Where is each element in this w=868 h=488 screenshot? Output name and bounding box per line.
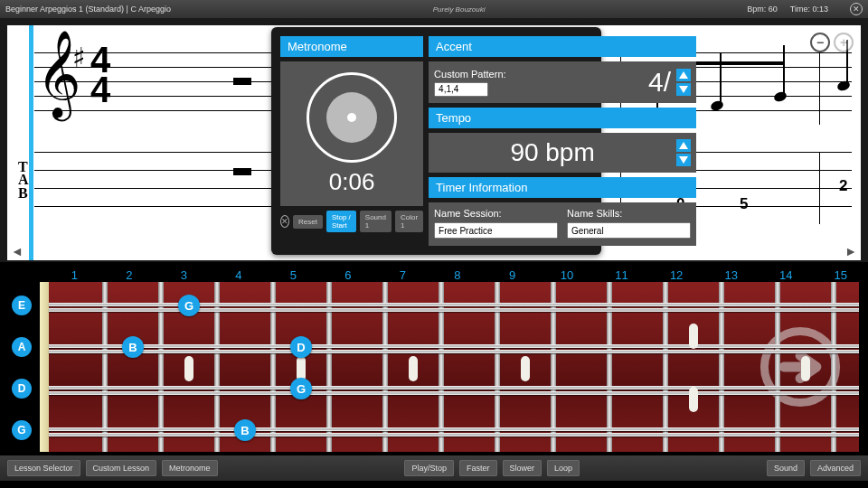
page-prev-button[interactable]: ◄ xyxy=(11,244,24,258)
center-faster-button[interactable]: Faster xyxy=(459,460,497,476)
string-line xyxy=(49,303,859,306)
note-marker[interactable]: B xyxy=(122,336,144,358)
topbar: Beginner Arpeggios 1 (Standard) | C Arpe… xyxy=(0,0,868,18)
string-line xyxy=(49,427,859,431)
metronome-panel: Metronome 0:06 ✕ Reset Stop / Start Soun… xyxy=(271,27,601,255)
time-label: Time: 0:13 xyxy=(790,5,828,14)
fret-number: 1 xyxy=(47,268,102,282)
fret-number: 7 xyxy=(375,268,430,282)
nut xyxy=(40,282,49,452)
skills-input[interactable] xyxy=(567,222,691,239)
center-loop-button[interactable]: Loop xyxy=(547,460,580,476)
left-lesson-selector-button[interactable]: Lesson Selector xyxy=(7,460,80,476)
advance-arrow-icon[interactable] xyxy=(760,326,841,408)
close-button[interactable]: ✕ xyxy=(850,3,863,15)
accent-up-button[interactable] xyxy=(676,69,691,81)
fret-number: 3 xyxy=(156,268,212,282)
lesson-title: Beginner Arpeggios 1 (Standard) | C Arpe… xyxy=(5,5,171,14)
string-line xyxy=(49,344,859,348)
skills-label: Name Skills: xyxy=(567,208,691,219)
key-signature: ♯ xyxy=(72,42,86,73)
center-slower-button[interactable]: Slower xyxy=(503,460,542,476)
string-line xyxy=(49,391,859,395)
accent-display: 4/ xyxy=(512,67,672,98)
rest-icon xyxy=(233,168,251,175)
center-play-stop-button[interactable]: Play/Stop xyxy=(404,460,454,476)
accent-pattern-label: Custom Pattern: xyxy=(434,69,505,80)
accent-down-button[interactable] xyxy=(676,83,691,96)
bpm-label: Bpm: 60 xyxy=(747,5,778,14)
open-string-label: D xyxy=(12,379,32,399)
session-label: Name Session: xyxy=(434,208,558,219)
tempo-down-button[interactable] xyxy=(676,154,691,166)
left-custom-lesson-button[interactable]: Custom Lesson xyxy=(86,460,157,476)
fret-number: 15 xyxy=(813,268,868,282)
brand-label: Purely Bouzouki xyxy=(433,5,486,14)
right-advanced-button[interactable]: Advanced xyxy=(810,460,861,476)
fret-number: 9 xyxy=(485,268,540,282)
open-string-label: E xyxy=(12,296,32,315)
metronome-stopstart-button[interactable]: Stop / Start xyxy=(326,211,356,232)
fret-number: 11 xyxy=(594,268,649,282)
timer-header: Timer Information xyxy=(429,177,696,198)
right-sound-button[interactable]: Sound xyxy=(767,460,805,476)
fret-number: 10 xyxy=(540,268,595,282)
fret-number: 13 xyxy=(703,268,759,282)
fret-number: 4 xyxy=(212,268,267,282)
tempo-display: 90 bpm xyxy=(434,138,671,167)
metronome-body: 0:06 xyxy=(280,61,423,206)
left-metronome-button[interactable]: Metronome xyxy=(162,460,218,476)
zoom-in-button[interactable]: + xyxy=(834,33,854,52)
open-string-label: A xyxy=(12,337,32,357)
fret-number: 6 xyxy=(321,268,376,282)
tab-label-icon: TAB xyxy=(18,161,29,200)
metronome-color-button[interactable]: Color 1 xyxy=(395,211,423,232)
bottombar: Lesson SelectorCustom LessonMetronomePla… xyxy=(0,455,868,481)
note-marker[interactable]: G xyxy=(290,378,312,399)
string-line xyxy=(49,433,859,436)
accent-header: Accent xyxy=(429,36,696,57)
fret-number: 2 xyxy=(102,268,157,282)
accent-pattern-input[interactable] xyxy=(434,82,488,97)
rest-icon xyxy=(233,78,251,85)
note-marker[interactable]: B xyxy=(234,419,256,441)
fretboard[interactable]: EADG GBDGB xyxy=(9,282,859,452)
metronome-header: Metronome xyxy=(280,36,423,57)
note-marker[interactable]: G xyxy=(178,295,200,316)
fret-number-row: 123456789101112131415 xyxy=(0,262,868,282)
fret-number: 14 xyxy=(759,268,814,282)
string-line xyxy=(49,386,859,389)
page-next-button[interactable]: ► xyxy=(844,244,857,258)
zoom-out-button[interactable]: − xyxy=(810,33,830,52)
fret-number: 5 xyxy=(266,268,321,282)
note-marker[interactable]: D xyxy=(290,336,312,358)
metronome-sound-button[interactable]: Sound 1 xyxy=(360,211,392,232)
metronome-elapsed: 0:06 xyxy=(329,168,375,196)
fret-number: 8 xyxy=(430,268,486,282)
time-signature: 44 xyxy=(90,45,110,105)
tempo-up-button[interactable] xyxy=(676,139,691,152)
metronome-dial[interactable] xyxy=(307,72,397,163)
fret-number: 12 xyxy=(649,268,704,282)
open-string-label: G xyxy=(12,420,32,440)
metronome-reset-button[interactable]: Reset xyxy=(293,215,323,229)
string-line xyxy=(49,308,859,312)
playhead xyxy=(29,25,33,260)
string-line xyxy=(49,350,859,353)
tempo-header: Tempo xyxy=(429,108,696,128)
session-input[interactable] xyxy=(434,222,558,239)
metronome-close-button[interactable]: ✕ xyxy=(280,215,289,228)
